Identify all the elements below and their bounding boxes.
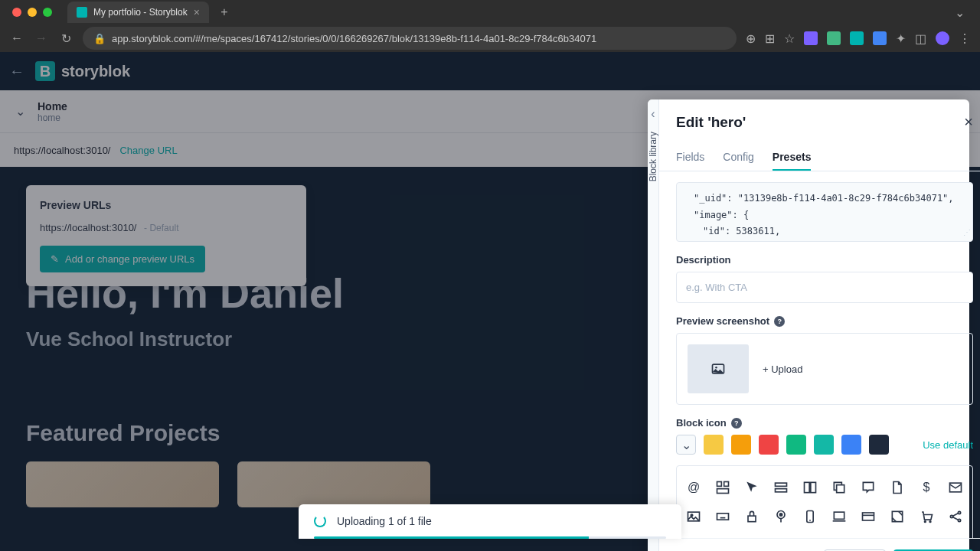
image-placeholder-icon <box>688 344 749 393</box>
extension-icon[interactable] <box>827 31 841 45</box>
json-line: "alt": "" <box>688 240 962 242</box>
panel-footer: Cancel Add preset <box>659 538 980 551</box>
panel-back-icon[interactable]: ‹ <box>651 107 655 121</box>
svg-point-28 <box>950 515 952 517</box>
svg-rect-9 <box>717 489 729 494</box>
menu-icon[interactable]: ⋮ <box>959 31 971 46</box>
upload-screenshot-box[interactable]: + Upload <box>676 333 973 405</box>
help-icon[interactable]: ? <box>774 316 785 327</box>
install-icon[interactable]: ⊞ <box>765 31 775 46</box>
upload-label: + Upload <box>763 364 802 375</box>
block-library-tab[interactable]: ‹ Block library <box>648 99 659 551</box>
credit-card-icon[interactable] <box>858 506 879 527</box>
url-text: app.storyblok.com/#/me/spaces/167412/sto… <box>112 33 596 44</box>
tab-close-icon[interactable]: × <box>194 6 200 18</box>
color-swatch[interactable] <box>704 435 724 455</box>
close-window-button[interactable] <box>12 8 21 17</box>
extension-icons: ⊕ ⊞ ☆ ✦ ◫ ⋮ <box>746 31 971 46</box>
tab-presets[interactable]: Presets <box>773 145 812 171</box>
extension-icon[interactable] <box>850 31 864 45</box>
share-icon[interactable] <box>945 506 966 527</box>
svg-rect-11 <box>776 489 787 492</box>
svg-rect-19 <box>748 516 756 522</box>
resize-icon[interactable] <box>887 506 908 527</box>
cart-icon[interactable] <box>916 506 937 527</box>
color-swatch[interactable] <box>786 435 806 455</box>
tab-title: My portfolio - Storyblok <box>93 7 188 18</box>
cursor-icon[interactable] <box>741 477 763 498</box>
pin-icon[interactable] <box>770 506 792 527</box>
svg-point-29 <box>958 511 960 514</box>
minimize-window-button[interactable] <box>28 8 37 17</box>
tooltip-icon[interactable] <box>858 477 879 498</box>
panel-title: Edit 'hero' <box>676 114 746 131</box>
profile-avatar[interactable] <box>936 31 949 45</box>
color-swatch[interactable] <box>759 435 779 455</box>
blocks-icon[interactable] <box>712 477 733 498</box>
image-icon[interactable] <box>683 506 704 527</box>
description-input[interactable] <box>676 272 973 303</box>
icon-picker-grid: @ $ <box>676 465 973 538</box>
progress-bar <box>314 536 666 539</box>
tab-overflow-icon[interactable]: ⌄ <box>946 5 974 20</box>
bookmark-icon[interactable]: ☆ <box>784 31 795 46</box>
file-icon[interactable] <box>887 477 908 498</box>
svg-point-26 <box>925 521 926 523</box>
new-tab-button[interactable]: + <box>215 3 234 21</box>
upload-status-text: Uploading 1 of 1 file <box>337 515 432 527</box>
back-button[interactable]: ← <box>9 31 24 46</box>
side-panel-icon[interactable]: ◫ <box>915 31 926 46</box>
spinner-icon <box>314 515 326 527</box>
help-icon[interactable]: ? <box>731 418 742 429</box>
color-swatch[interactable] <box>869 435 889 455</box>
rows-icon[interactable] <box>770 477 792 498</box>
color-swatch[interactable] <box>731 435 751 455</box>
color-swatch[interactable] <box>841 435 861 455</box>
svg-point-27 <box>929 521 931 523</box>
color-swatch-row: ⌄ Use default <box>676 435 973 455</box>
extension-icon[interactable] <box>804 31 818 45</box>
svg-rect-18 <box>717 514 729 520</box>
reload-button[interactable]: ↻ <box>58 31 74 46</box>
svg-rect-8 <box>724 482 729 487</box>
lock-icon[interactable] <box>741 506 763 527</box>
color-swatch-none[interactable]: ⌄ <box>676 435 696 455</box>
resize-handle-icon[interactable]: ⋰ <box>963 226 971 240</box>
tab-fields[interactable]: Fields <box>676 145 704 171</box>
svg-rect-12 <box>805 482 810 492</box>
columns2-icon[interactable] <box>799 477 821 498</box>
lock-icon: 🔒 <box>93 33 106 44</box>
extension-icon[interactable] <box>873 31 887 45</box>
translate-icon[interactable]: ⊕ <box>746 31 756 46</box>
screenshot-label: Preview screenshot <box>676 315 769 327</box>
at-icon[interactable]: @ <box>683 477 704 498</box>
svg-point-21 <box>779 514 782 516</box>
color-swatch[interactable] <box>814 435 834 455</box>
laptop-icon[interactable] <box>828 506 850 527</box>
block-library-label: Block library <box>648 132 658 181</box>
progress-fill <box>314 536 589 539</box>
use-default-link[interactable]: Use default <box>923 439 973 451</box>
svg-point-6 <box>715 367 717 369</box>
svg-rect-24 <box>863 513 874 520</box>
panel-tabs: Fields Config Presets <box>659 145 980 171</box>
block-icon-label: Block icon <box>676 417 727 429</box>
forward-button: → <box>34 31 49 46</box>
maximize-window-button[interactable] <box>43 8 52 17</box>
extensions-menu-icon[interactable]: ✦ <box>896 31 906 46</box>
svg-rect-13 <box>811 482 816 492</box>
svg-rect-23 <box>834 512 844 519</box>
description-label: Description <box>676 254 973 266</box>
tab-config[interactable]: Config <box>723 145 753 171</box>
browser-tab[interactable]: My portfolio - Storyblok × <box>67 2 209 23</box>
copy-icon[interactable] <box>828 477 850 498</box>
keyboard-icon[interactable] <box>712 506 733 527</box>
dollar-icon[interactable]: $ <box>916 477 937 498</box>
address-bar[interactable]: 🔒 app.storyblok.com/#/me/spaces/167412/s… <box>83 27 737 50</box>
close-panel-button[interactable]: × <box>964 113 973 131</box>
browser-tab-bar: My portfolio - Storyblok × + ⌄ <box>0 0 980 24</box>
svg-rect-14 <box>837 485 844 493</box>
mobile-icon[interactable] <box>799 506 821 527</box>
mail-icon[interactable] <box>945 477 966 498</box>
json-preview[interactable]: "_uid": "13139e8b-f114-4a01-8c29-f784c6b… <box>676 182 973 242</box>
